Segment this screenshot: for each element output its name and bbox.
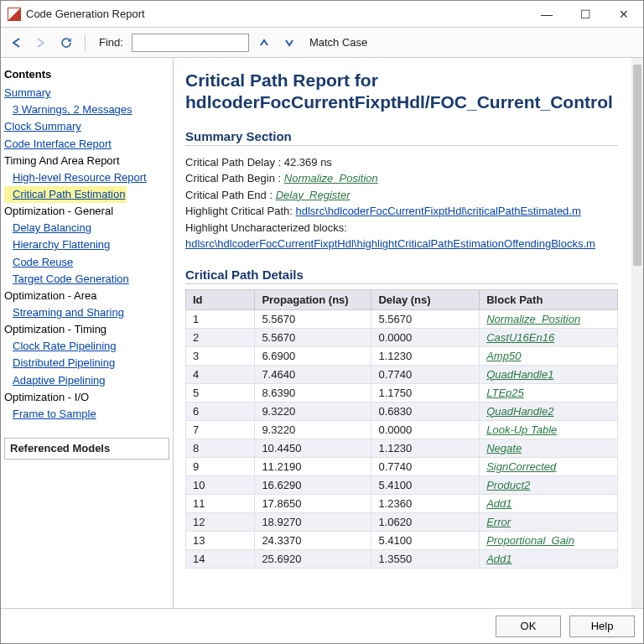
block-path-link[interactable]: Amp50 bbox=[486, 350, 521, 362]
titlebar: Code Generation Report — ☐ ✕ bbox=[1, 1, 643, 28]
block-path-link[interactable]: Look-Up Table bbox=[486, 423, 557, 436]
match-case-label[interactable]: Match Case bbox=[309, 36, 367, 49]
sidebar-item[interactable]: Frame to Sample bbox=[4, 406, 169, 423]
table-row: 79.32200.0000Look-Up Table bbox=[186, 420, 618, 439]
find-input[interactable] bbox=[132, 34, 249, 52]
highlight-critical-path-row: Highlight Critical Path: hdlsrc\hdlcoder… bbox=[185, 203, 618, 220]
critical-path-table: Id Propagation (ns) Delay (ns) Block Pat… bbox=[185, 289, 618, 569]
sidebar-item[interactable]: Adaptive Pipelining bbox=[4, 372, 169, 389]
sidebar: Contents Summary3 Warnings, 2 MessagesCl… bbox=[1, 58, 174, 608]
block-path-link[interactable]: Error bbox=[486, 516, 511, 528]
sidebar-item[interactable]: Critical Path Estimation bbox=[13, 186, 125, 203]
block-path-link[interactable]: SignCorrected bbox=[486, 460, 556, 473]
sidebar-item[interactable]: Clock Rate Pipelining bbox=[4, 338, 169, 355]
sidebar-item: Timing And Area Report bbox=[4, 153, 169, 169]
highlight-uncharacterized-link[interactable]: hdlsrc\hdlcoderFocCurrentFixptHdl\highli… bbox=[185, 237, 595, 250]
contents-heading: Contents bbox=[4, 66, 169, 83]
scrollbar[interactable] bbox=[631, 58, 643, 608]
forward-button[interactable] bbox=[31, 33, 51, 53]
table-row: 1324.33705.4100Proportional_Gain bbox=[186, 531, 618, 549]
table-row: 1016.62905.4100Product2 bbox=[186, 475, 618, 494]
sidebar-item[interactable]: Target Code Generation bbox=[4, 271, 169, 288]
critical-path-begin-row: Critical Path Begin : Normalize_Position bbox=[185, 170, 618, 187]
back-button[interactable] bbox=[6, 33, 26, 53]
block-path-link[interactable]: QuadHandle1 bbox=[486, 368, 553, 381]
table-row: 1425.69201.3550Add1 bbox=[186, 549, 618, 568]
block-path-link[interactable]: Normalize_Position bbox=[486, 313, 580, 325]
app-window: Code Generation Report — ☐ ✕ Find: Match… bbox=[0, 0, 644, 644]
critical-path-delay-row: Critical Path Delay : 42.369 ns bbox=[185, 154, 618, 171]
col-propagation: Propagation (ns) bbox=[255, 289, 371, 309]
highlight-path-link[interactable]: hdlsrc\hdlcoderFocCurrentFixptHdl\critic… bbox=[296, 205, 581, 217]
summary-heading: Summary Section bbox=[185, 129, 618, 146]
sidebar-item[interactable]: Summary bbox=[4, 85, 169, 101]
sidebar-item[interactable]: Hierarchy Flattening bbox=[4, 236, 169, 253]
toolbar: Find: Match Case bbox=[1, 28, 643, 58]
end-link[interactable]: Delay_Register bbox=[276, 189, 351, 201]
col-delay: Delay (ns) bbox=[371, 289, 480, 309]
col-block-path: Block Path bbox=[480, 289, 618, 309]
sidebar-item[interactable]: Distributed Pipelining bbox=[4, 355, 169, 371]
sidebar-item[interactable]: Clock Summary bbox=[4, 118, 169, 135]
footer: OK Help bbox=[1, 608, 643, 643]
table-row: 69.32200.6830QuadHandle2 bbox=[186, 402, 618, 420]
maximize-button[interactable]: ☐ bbox=[566, 1, 605, 28]
table-row: 810.44501.1230Negate bbox=[186, 439, 618, 457]
sidebar-item[interactable]: Streaming and Sharing bbox=[4, 304, 169, 321]
table-row: 47.46400.7740QuadHandle1 bbox=[186, 365, 618, 383]
sidebar-item: Optimization - Area bbox=[4, 288, 169, 304]
sidebar-item[interactable]: 3 Warnings, 2 Messages bbox=[4, 101, 169, 118]
block-path-link[interactable]: LTEp25 bbox=[486, 387, 524, 399]
highlight-uncharacterized-label: Highlight Uncharacterized blocks: bbox=[185, 220, 618, 236]
refresh-button[interactable] bbox=[56, 33, 76, 53]
table-row: 1117.86501.2360Add1 bbox=[186, 494, 618, 512]
close-button[interactable]: ✕ bbox=[605, 1, 643, 28]
table-row: 1218.92701.0620Error bbox=[186, 512, 618, 531]
referenced-models-heading: Referenced Models bbox=[4, 438, 169, 460]
window-title: Code Generation Report bbox=[26, 8, 527, 20]
col-id: Id bbox=[186, 289, 255, 309]
find-label: Find: bbox=[99, 36, 123, 49]
sidebar-item[interactable]: Delay Balancing bbox=[4, 220, 169, 236]
minimize-button[interactable]: — bbox=[527, 1, 566, 28]
begin-link[interactable]: Normalize_Position bbox=[284, 172, 378, 184]
sidebar-item: Optimization - Timing bbox=[4, 321, 169, 338]
block-path-link[interactable]: Negate bbox=[486, 442, 522, 454]
block-path-link[interactable]: CastU16En16 bbox=[486, 331, 554, 344]
block-path-link[interactable]: QuadHandle2 bbox=[486, 405, 553, 418]
ok-button[interactable]: OK bbox=[496, 615, 561, 637]
help-button[interactable]: Help bbox=[569, 615, 635, 637]
sidebar-item: Optimization - General bbox=[4, 203, 169, 220]
table-row: 15.56705.5670Normalize_Position bbox=[186, 309, 618, 328]
block-path-link[interactable]: Add1 bbox=[486, 497, 512, 510]
table-row: 36.69001.1230Amp50 bbox=[186, 346, 618, 365]
report-title: Critical Path Report for hdlcoderFocCurr… bbox=[185, 70, 618, 114]
details-heading: Critical Path Details bbox=[185, 267, 618, 284]
find-next-button[interactable] bbox=[279, 33, 299, 53]
sidebar-item: Optimization - I/O bbox=[4, 389, 169, 406]
scrollbar-thumb[interactable] bbox=[633, 65, 641, 266]
table-row: 911.21900.7740SignCorrected bbox=[186, 457, 618, 475]
app-icon bbox=[8, 8, 21, 21]
sidebar-item[interactable]: High-level Resource Report bbox=[4, 169, 169, 186]
table-row: 58.63901.1750LTEp25 bbox=[186, 383, 618, 402]
critical-path-end-row: Critical Path End : Delay_Register bbox=[185, 187, 618, 204]
sidebar-item[interactable]: Code Reuse bbox=[4, 254, 169, 271]
report-pane: Critical Path Report for hdlcoderFocCurr… bbox=[174, 58, 631, 608]
block-path-link[interactable]: Add1 bbox=[486, 553, 512, 565]
find-prev-button[interactable] bbox=[254, 33, 274, 53]
table-row: 25.56700.0000CastU16En16 bbox=[186, 328, 618, 346]
sidebar-item[interactable]: Code Interface Report bbox=[4, 136, 169, 153]
block-path-link[interactable]: Product2 bbox=[486, 479, 530, 491]
toolbar-separator bbox=[85, 34, 86, 52]
block-path-link[interactable]: Proportional_Gain bbox=[486, 534, 574, 547]
